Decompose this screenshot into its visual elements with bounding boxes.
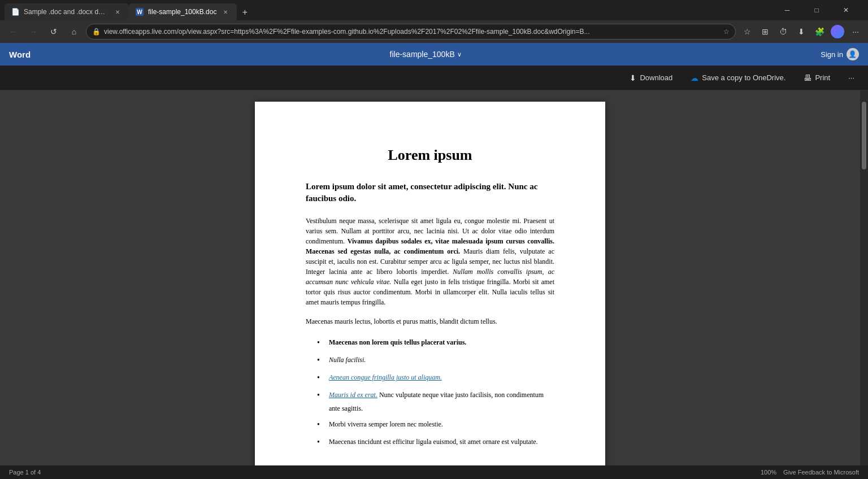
word-toolbar: ⬇ Download ☁ Save a copy to OneDrive. 🖶 … [0,66,868,90]
list-item: Maecenas tincidunt est efficitur ligula … [317,435,554,450]
status-left: Page 1 of 4 [9,469,41,476]
list-item: Mauris id ex erat. Nunc vulputate neque … [317,388,554,415]
browser-tab-1[interactable]: 📄 Sample .doc and .docx downlo... ✕ [5,3,129,20]
main-area: Lorem ipsum Lorem ipsum dolor sit amet, … [0,90,868,465]
print-icon: 🖶 [804,73,811,82]
download-button[interactable]: ⬇ Download [625,71,677,85]
list-item: Morbi viverra semper lorem nec molestie. [317,417,554,433]
window-controls: ─ □ ✕ [774,1,859,19]
navigation-bar: ← → ↺ ⌂ 🔒 view.officeapps.live.com/op/vi… [0,20,868,43]
more-options-icon: ··· [848,73,854,82]
address-bar[interactable]: 🔒 view.officeapps.live.com/op/view.aspx?… [86,24,736,40]
forward-button[interactable]: → [25,23,42,40]
word-app-bar: Word file-sample_100kB ∨ Sign in 👤 [0,43,868,66]
document-second-paragraph: Maecenas mauris lectus, lobortis et puru… [306,316,554,326]
new-tab-button[interactable]: + [237,5,253,20]
bullet-list: Maecenas non lorem quis tellus placerat … [306,336,554,450]
status-bar: Page 1 of 4 100% Give Feedback to Micros… [0,465,868,479]
tab1-close-btn[interactable]: ✕ [113,7,122,16]
tab-bar: 📄 Sample .doc and .docx downlo... ✕ W fi… [5,0,770,20]
word-logo: Word [9,50,31,59]
zoom-level: 100% [761,469,776,476]
settings-icon[interactable]: ··· [848,24,863,40]
vertical-scrollbar[interactable] [860,90,868,465]
tab2-favicon: W [136,8,144,16]
home-button[interactable]: ⌂ [66,23,83,40]
status-right: 100% Give Feedback to Microsoft [761,469,859,476]
minimize-button[interactable]: ─ [774,1,800,19]
scroll-thumb[interactable] [862,102,866,169]
document-body-paragraph: Vestibulum neque massa, scelerisque sit … [306,216,554,307]
document-container[interactable]: Lorem ipsum Lorem ipsum dolor sit amet, … [0,90,860,465]
page-info: Page 1 of 4 [9,469,41,476]
browser-download-icon[interactable]: ⬇ [793,24,809,40]
url-text: view.officeapps.live.com/op/view.aspx?sr… [104,28,720,36]
collections-icon[interactable]: ⊞ [757,24,773,40]
document-subtitle: Lorem ipsum dolor sit amet, consectetur … [306,181,554,204]
document-title: Lorem ipsum [306,147,554,164]
browser-tab-2[interactable]: W file-sample_100kB.doc ✕ [129,3,237,20]
profile-button[interactable] [830,24,845,40]
history-icon[interactable]: ⏱ [775,24,791,40]
close-button[interactable]: ✕ [833,1,859,19]
list-item: Aenean congue fringilla justo ut aliquam… [317,371,554,386]
tab1-favicon: 📄 [11,8,19,16]
tab2-title: file-sample_100kB.doc [148,8,216,16]
filename-dropdown-arrow[interactable]: ∨ [457,51,462,58]
tab2-close-btn[interactable]: ✕ [221,7,230,16]
nav-icons-right: ☆ ⊞ ⏱ ⬇ 🧩 ··· [739,24,863,40]
back-button[interactable]: ← [5,23,21,40]
maximize-button[interactable]: □ [804,1,830,19]
document-page: Lorem ipsum Lorem ipsum dolor sit amet, … [255,102,605,465]
print-button[interactable]: 🖶 Print [799,71,835,85]
save-to-onedrive-button[interactable]: ☁ Save a copy to OneDrive. [686,71,790,85]
sign-in-button[interactable]: Sign in 👤 [821,48,859,60]
browser-title-bar: 📄 Sample .doc and .docx downlo... ✕ W fi… [0,0,868,20]
more-options-button[interactable]: ··· [844,71,859,84]
download-icon: ⬇ [630,73,636,82]
list-item: Maecenas non lorem quis tellus placerat … [317,336,554,351]
word-filename: file-sample_100kB ∨ [390,50,462,59]
favorites-icon[interactable]: ☆ [739,24,755,40]
avatar [831,25,844,38]
feedback-link[interactable]: Give Feedback to Microsoft [783,469,859,476]
list-item: Nulla facilisi. [317,353,554,368]
extension-icon[interactable]: 🧩 [811,24,827,40]
refresh-button[interactable]: ↺ [45,23,62,40]
onedrive-icon: ☁ [691,73,698,82]
signin-avatar-icon: 👤 [847,48,859,60]
tab1-title: Sample .doc and .docx downlo... [24,8,108,16]
